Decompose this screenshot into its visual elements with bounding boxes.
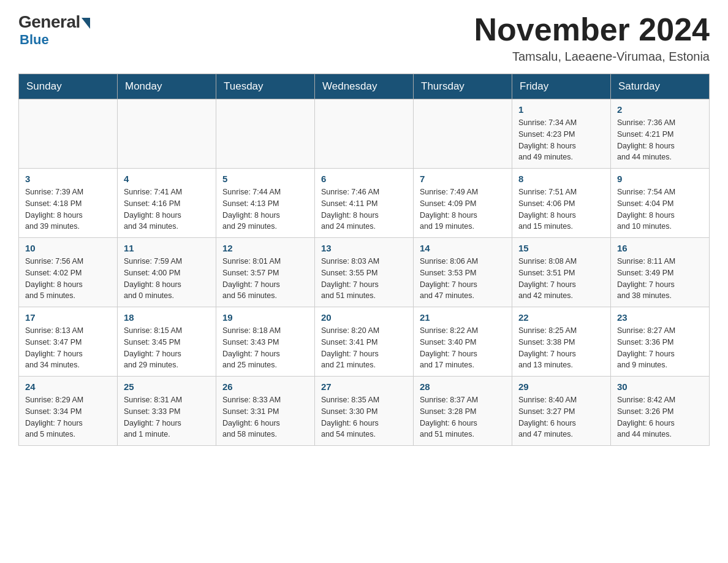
logo-blue-text: Blue [18,32,49,47]
day-cell-22: 22Sunrise: 8:25 AM Sunset: 3:38 PM Dayli… [512,307,611,377]
location: Tamsalu, Laeaene-Virumaa, Estonia [474,50,710,64]
day-cell-25: 25Sunrise: 8:31 AM Sunset: 3:33 PM Dayli… [118,377,216,446]
day-info: Sunrise: 7:44 AM Sunset: 4:13 PM Dayligh… [222,186,308,232]
empty-cell [414,99,512,169]
day-cell-30: 30Sunrise: 8:42 AM Sunset: 3:26 PM Dayli… [611,377,710,446]
day-cell-13: 13Sunrise: 8:03 AM Sunset: 3:55 PM Dayli… [315,238,414,307]
empty-cell [216,99,315,169]
day-info: Sunrise: 8:42 AM Sunset: 3:26 PM Dayligh… [617,394,703,440]
calendar-header-row: SundayMondayTuesdayWednesdayThursdayFrid… [19,74,710,99]
day-number: 14 [420,243,506,253]
day-cell-24: 24Sunrise: 8:29 AM Sunset: 3:34 PM Dayli… [19,377,118,446]
day-number: 12 [222,243,308,253]
day-info: Sunrise: 8:20 AM Sunset: 3:41 PM Dayligh… [321,325,407,371]
day-info: Sunrise: 8:29 AM Sunset: 3:34 PM Dayligh… [25,394,111,440]
week-row-3: 10Sunrise: 7:56 AM Sunset: 4:02 PM Dayli… [19,238,710,307]
day-info: Sunrise: 7:56 AM Sunset: 4:02 PM Dayligh… [25,256,111,302]
calendar-table: SundayMondayTuesdayWednesdayThursdayFrid… [18,74,710,446]
day-number: 19 [222,312,308,323]
day-number: 16 [617,243,703,253]
day-info: Sunrise: 8:27 AM Sunset: 3:36 PM Dayligh… [617,325,703,371]
day-number: 22 [518,312,604,323]
day-info: Sunrise: 8:13 AM Sunset: 3:47 PM Dayligh… [25,325,111,371]
logo-arrow-icon [82,18,90,29]
day-cell-6: 6Sunrise: 7:46 AM Sunset: 4:11 PM Daylig… [315,169,414,238]
day-number: 8 [518,174,604,184]
day-cell-8: 8Sunrise: 7:51 AM Sunset: 4:06 PM Daylig… [512,169,611,238]
day-number: 29 [518,381,604,392]
day-info: Sunrise: 8:01 AM Sunset: 3:57 PM Dayligh… [222,256,308,302]
day-cell-1: 1Sunrise: 7:34 AM Sunset: 4:23 PM Daylig… [512,99,611,169]
day-info: Sunrise: 7:49 AM Sunset: 4:09 PM Dayligh… [420,186,506,232]
day-info: Sunrise: 8:25 AM Sunset: 3:38 PM Dayligh… [518,325,604,371]
week-row-1: 1Sunrise: 7:34 AM Sunset: 4:23 PM Daylig… [19,99,710,169]
week-row-4: 17Sunrise: 8:13 AM Sunset: 3:47 PM Dayli… [19,307,710,377]
day-number: 2 [617,104,703,115]
empty-cell [315,99,414,169]
day-cell-12: 12Sunrise: 8:01 AM Sunset: 3:57 PM Dayli… [216,238,315,307]
day-number: 30 [617,381,703,392]
day-info: Sunrise: 7:59 AM Sunset: 4:00 PM Dayligh… [124,256,210,302]
day-cell-15: 15Sunrise: 8:08 AM Sunset: 3:51 PM Dayli… [512,238,611,307]
day-header-sunday: Sunday [19,74,118,99]
day-number: 18 [124,312,210,323]
day-cell-11: 11Sunrise: 7:59 AM Sunset: 4:00 PM Dayli… [118,238,216,307]
day-header-friday: Friday [512,74,611,99]
day-number: 26 [222,381,308,392]
day-info: Sunrise: 7:41 AM Sunset: 4:16 PM Dayligh… [124,186,210,232]
day-number: 17 [25,312,111,323]
day-info: Sunrise: 8:40 AM Sunset: 3:27 PM Dayligh… [518,394,604,440]
day-number: 13 [321,243,407,253]
day-cell-5: 5Sunrise: 7:44 AM Sunset: 4:13 PM Daylig… [216,169,315,238]
day-number: 27 [321,381,407,392]
day-number: 23 [617,312,703,323]
day-cell-26: 26Sunrise: 8:33 AM Sunset: 3:31 PM Dayli… [216,377,315,446]
header: General Blue November 2024 Tamsalu, Laea… [18,12,710,64]
day-info: Sunrise: 8:15 AM Sunset: 3:45 PM Dayligh… [124,325,210,371]
day-header-thursday: Thursday [414,74,512,99]
day-number: 20 [321,312,407,323]
day-cell-29: 29Sunrise: 8:40 AM Sunset: 3:27 PM Dayli… [512,377,611,446]
day-number: 24 [25,381,111,392]
day-header-monday: Monday [118,74,216,99]
day-number: 6 [321,174,407,184]
day-info: Sunrise: 7:36 AM Sunset: 4:21 PM Dayligh… [617,117,703,163]
day-number: 4 [124,174,210,184]
day-cell-10: 10Sunrise: 7:56 AM Sunset: 4:02 PM Dayli… [19,238,118,307]
day-info: Sunrise: 8:33 AM Sunset: 3:31 PM Dayligh… [222,394,308,440]
day-number: 10 [25,243,111,253]
day-cell-14: 14Sunrise: 8:06 AM Sunset: 3:53 PM Dayli… [414,238,512,307]
day-number: 3 [25,174,111,184]
day-info: Sunrise: 8:03 AM Sunset: 3:55 PM Dayligh… [321,256,407,302]
day-number: 11 [124,243,210,253]
day-cell-2: 2Sunrise: 7:36 AM Sunset: 4:21 PM Daylig… [611,99,710,169]
day-number: 7 [420,174,506,184]
month-title: November 2024 [474,12,710,47]
day-cell-21: 21Sunrise: 8:22 AM Sunset: 3:40 PM Dayli… [414,307,512,377]
title-area: November 2024 Tamsalu, Laeaene-Virumaa, … [474,12,710,64]
day-header-tuesday: Tuesday [216,74,315,99]
day-cell-19: 19Sunrise: 8:18 AM Sunset: 3:43 PM Dayli… [216,307,315,377]
day-cell-16: 16Sunrise: 8:11 AM Sunset: 3:49 PM Dayli… [611,238,710,307]
day-number: 15 [518,243,604,253]
day-cell-4: 4Sunrise: 7:41 AM Sunset: 4:16 PM Daylig… [118,169,216,238]
day-info: Sunrise: 7:51 AM Sunset: 4:06 PM Dayligh… [518,186,604,232]
day-number: 5 [222,174,308,184]
day-info: Sunrise: 8:08 AM Sunset: 3:51 PM Dayligh… [518,256,604,302]
day-info: Sunrise: 8:22 AM Sunset: 3:40 PM Dayligh… [420,325,506,371]
day-cell-9: 9Sunrise: 7:54 AM Sunset: 4:04 PM Daylig… [611,169,710,238]
day-header-saturday: Saturday [611,74,710,99]
logo-general-text: General [18,12,80,32]
day-number: 21 [420,312,506,323]
empty-cell [118,99,216,169]
logo: General Blue [18,12,90,48]
day-number: 28 [420,381,506,392]
day-cell-27: 27Sunrise: 8:35 AM Sunset: 3:30 PM Dayli… [315,377,414,446]
day-info: Sunrise: 7:54 AM Sunset: 4:04 PM Dayligh… [617,186,703,232]
page: General Blue November 2024 Tamsalu, Laea… [0,0,728,458]
day-info: Sunrise: 8:31 AM Sunset: 3:33 PM Dayligh… [124,394,210,440]
day-cell-7: 7Sunrise: 7:49 AM Sunset: 4:09 PM Daylig… [414,169,512,238]
empty-cell [19,99,118,169]
day-info: Sunrise: 7:46 AM Sunset: 4:11 PM Dayligh… [321,186,407,232]
day-info: Sunrise: 8:06 AM Sunset: 3:53 PM Dayligh… [420,256,506,302]
